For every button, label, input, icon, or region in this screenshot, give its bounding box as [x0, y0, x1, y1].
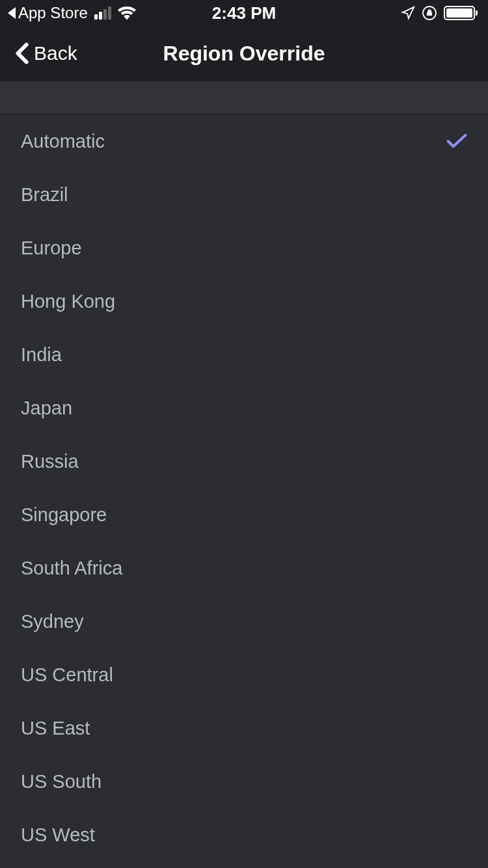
triangle-left-icon — [8, 7, 16, 19]
region-label: Sydney — [21, 611, 84, 632]
nav-header: Back Region Override — [0, 26, 488, 81]
region-label: Europe — [21, 237, 82, 259]
region-item[interactable]: Singapore — [0, 488, 488, 541]
region-label: Singapore — [21, 504, 107, 526]
status-bar-right — [401, 5, 475, 21]
region-label: Russia — [21, 451, 79, 472]
region-label: US South — [21, 771, 102, 793]
region-item[interactable]: US South — [0, 755, 488, 808]
back-button[interactable]: Back — [16, 42, 77, 64]
region-item[interactable]: Automatic — [0, 115, 488, 168]
back-to-app-button[interactable]: App Store — [8, 4, 88, 22]
region-item[interactable]: US West — [0, 808, 488, 861]
back-button-label: Back — [34, 42, 77, 64]
region-item[interactable]: Brazil — [0, 168, 488, 221]
checkmark-icon — [446, 133, 467, 149]
region-item[interactable]: US Central — [0, 648, 488, 701]
region-label: Hong Kong — [21, 291, 115, 312]
region-item[interactable]: Hong Kong — [0, 275, 488, 328]
page-title: Region Override — [163, 42, 325, 66]
region-item[interactable]: South Africa — [0, 541, 488, 595]
status-bar-left: App Store — [8, 4, 136, 22]
chevron-left-icon — [16, 42, 29, 64]
region-label: Automatic — [21, 131, 105, 152]
cellular-signal-icon — [94, 7, 111, 20]
region-item[interactable]: Japan — [0, 381, 488, 435]
back-app-label: App Store — [18, 4, 88, 22]
region-label: US Central — [21, 664, 113, 686]
region-item[interactable]: Europe — [0, 221, 488, 275]
battery-icon — [444, 6, 475, 20]
status-bar: App Store 2:43 PM — [0, 0, 488, 26]
region-label: South Africa — [21, 558, 122, 579]
location-icon — [401, 6, 415, 20]
region-label: Brazil — [21, 184, 68, 206]
region-item[interactable]: Sydney — [0, 595, 488, 648]
section-spacer — [0, 81, 488, 115]
orientation-lock-icon — [422, 5, 437, 21]
region-list: AutomaticBrazilEuropeHong KongIndiaJapan… — [0, 115, 488, 861]
region-label: India — [21, 344, 62, 366]
wifi-icon — [118, 6, 136, 20]
region-label: Japan — [21, 398, 72, 419]
region-label: US East — [21, 718, 90, 739]
status-bar-time: 2:43 PM — [212, 3, 276, 23]
region-item[interactable]: India — [0, 328, 488, 381]
region-label: US West — [21, 824, 95, 846]
region-item[interactable]: Russia — [0, 435, 488, 488]
region-item[interactable]: US East — [0, 701, 488, 755]
